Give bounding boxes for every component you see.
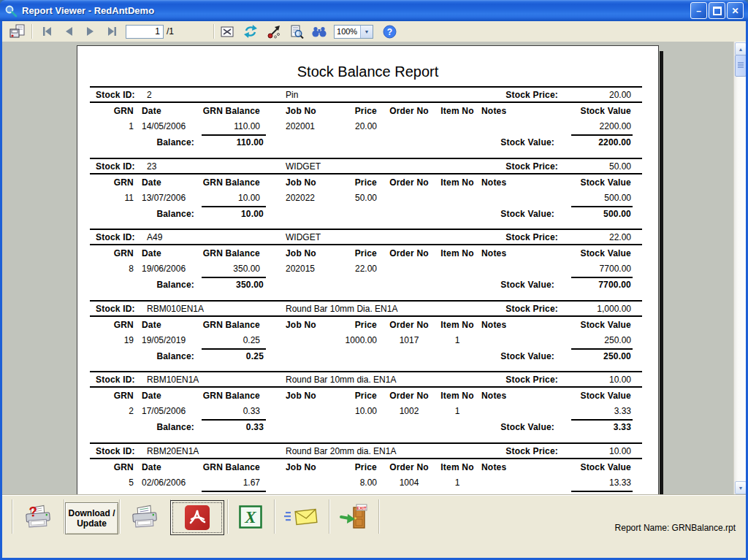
scroll-up-button[interactable]: ▲	[735, 42, 746, 55]
last-page-button[interactable]	[104, 23, 120, 39]
row-grn: 1	[96, 121, 134, 131]
balance-value: 10.00	[191, 209, 264, 219]
column-header-grn-balance: GRN Balance	[187, 177, 260, 188]
stock-id-label: Stock ID:	[96, 446, 135, 456]
stock-price-label: Stock Price:	[449, 375, 558, 385]
page-shadow	[660, 51, 663, 495]
row-grn: 2	[96, 406, 134, 416]
window-title: Report Viewer - RedAntDemo	[22, 5, 690, 16]
balance-label: Balance:	[121, 422, 194, 432]
group-stock-value-total: 250.00	[558, 351, 631, 361]
stock-id-label: Stock ID:	[96, 232, 135, 242]
balance-label: Balance:	[121, 209, 194, 219]
printer-help-button[interactable]: ?	[12, 499, 64, 534]
pdf-export-button-focused[interactable]	[170, 500, 224, 535]
zoom-value: 100%	[335, 27, 360, 36]
drill-button[interactable]	[264, 23, 283, 39]
stock-price-label: Stock Price:	[449, 304, 558, 314]
refresh-icon	[243, 25, 258, 38]
report-rule	[90, 386, 642, 388]
row-grn-balance: 1.67	[187, 477, 260, 488]
refresh-button[interactable]	[241, 23, 260, 39]
toolbar-separator	[378, 499, 380, 534]
email-button[interactable]	[275, 499, 328, 534]
column-header-price: Price	[318, 391, 377, 401]
column-header-price: Price	[318, 320, 377, 330]
titlebar: Report Viewer - RedAntDemo – ✕	[0, 0, 748, 21]
maximize-icon	[713, 7, 722, 15]
report-rule	[202, 419, 266, 421]
column-header-grn-balance: GRN Balance	[187, 462, 260, 472]
find-text-button[interactable]	[309, 23, 329, 39]
stock-price-value: 22.00	[558, 232, 631, 242]
stock-price-value: 10.00	[558, 375, 631, 385]
stock-group: Stock ID:2PinStock Price:20.00GRNDateGRN…	[77, 86, 658, 158]
row-stock-value: 13.33	[558, 477, 631, 488]
minimize-button[interactable]: –	[690, 2, 707, 19]
group-tree-toggle-button[interactable]	[218, 23, 237, 39]
stock-id-label: Stock ID:	[96, 90, 135, 100]
stock-description: WIDGET	[286, 232, 321, 242]
balance-label: Balance:	[121, 137, 194, 147]
page-number-input[interactable]	[126, 25, 164, 39]
find-icon	[311, 26, 327, 38]
first-page-button[interactable]	[39, 23, 56, 39]
column-header-stock-value: Stock Value	[558, 320, 631, 330]
report-canvas[interactable]: Stock Balance Report Stock ID:2PinStock …	[2, 42, 746, 495]
stock-group: Stock ID:A49WIDGETStock Price:22.00GRNDa…	[77, 229, 658, 300]
report-rule	[571, 206, 633, 207]
column-header-item-no: Item No	[430, 462, 485, 472]
column-header-price: Price	[318, 462, 377, 472]
column-header-price: Price	[318, 177, 377, 188]
download-update-button[interactable]: Download / Update	[65, 502, 118, 534]
stock-group: Stock ID:RBM010EN1ARound Bar 10mm Dia. E…	[77, 300, 658, 372]
excel-export-button[interactable]: X	[228, 499, 273, 534]
stock-price-label: Stock Price:	[449, 232, 558, 242]
report-rule	[90, 300, 642, 302]
row-grn-balance: 10.00	[187, 193, 260, 203]
group-stock-value-total: 3.33	[558, 422, 631, 432]
report-rule	[90, 101, 642, 103]
row-price: 20.00	[318, 121, 377, 131]
svg-text:?: ?	[28, 504, 38, 520]
export-button[interactable]	[7, 23, 28, 39]
column-header-grn-balance: GRN Balance	[187, 391, 260, 401]
exit-button[interactable]: EXIT	[329, 499, 378, 534]
bottom-toolbar: ? Download / Update	[2, 494, 746, 558]
help-button[interactable]: ?	[381, 23, 399, 39]
search-expert-button[interactable]	[287, 23, 306, 39]
export-icon	[9, 24, 26, 39]
group-stock-value-label: Stock Value:	[408, 280, 554, 290]
close-button[interactable]: ✕	[727, 2, 744, 19]
report-rule	[571, 277, 633, 278]
vertical-scrollbar[interactable]: ▲ ▼	[733, 42, 746, 495]
row-item-no: 1	[430, 335, 485, 345]
maximize-button[interactable]	[709, 2, 725, 19]
column-header-notes: Notes	[481, 248, 554, 258]
row-grn-balance: 0.25	[187, 335, 260, 345]
scrollbar-grip	[738, 62, 744, 64]
next-page-button[interactable]	[83, 23, 98, 39]
scrollbar-thumb[interactable]	[735, 55, 746, 77]
scroll-down-button[interactable]: ▼	[735, 481, 746, 494]
row-grn: 19	[96, 335, 134, 345]
report-rule	[90, 315, 642, 317]
chevron-down-icon[interactable]: ▼	[360, 26, 373, 38]
stock-price-label: Stock Price:	[449, 446, 558, 456]
column-header-grn-balance: GRN Balance	[187, 106, 260, 116]
previous-page-button[interactable]	[61, 23, 76, 39]
column-header-item-no: Item No	[430, 177, 485, 188]
stock-id-value: A49	[147, 232, 162, 242]
report-name-label: Report Name: GRNBalance.rpt	[615, 523, 736, 533]
column-header-grn: GRN	[96, 248, 134, 258]
row-stock-value: 500.00	[558, 193, 631, 203]
zoom-select[interactable]: 100% ▼	[334, 25, 373, 39]
column-header-notes: Notes	[481, 391, 554, 401]
column-header-notes: Notes	[481, 462, 554, 472]
svg-text:EXIT: EXIT	[356, 505, 367, 510]
print-button[interactable]	[120, 499, 169, 534]
report-title: Stock Balance Report	[77, 64, 658, 80]
svg-text:?: ?	[387, 27, 392, 37]
toolbar-separator	[31, 24, 33, 39]
balance-label: Balance:	[121, 280, 194, 290]
